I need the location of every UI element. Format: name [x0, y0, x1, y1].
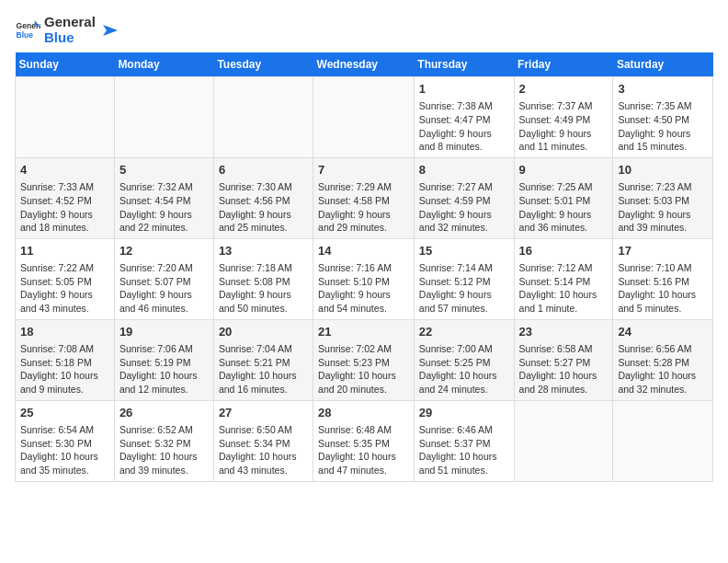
day-content-line: Sunset: 5:23 PM — [318, 356, 409, 370]
week-row-3: 11Sunrise: 7:22 AMSunset: 5:05 PMDayligh… — [16, 238, 713, 319]
day-content-line: Sunrise: 7:37 AM — [519, 99, 609, 113]
day-cell-17: 17Sunrise: 7:10 AMSunset: 5:16 PMDayligh… — [613, 238, 713, 319]
day-number-28: 28 — [318, 405, 409, 421]
calendar-header-row: SundayMondayTuesdayWednesdayThursdayFrid… — [16, 52, 713, 77]
day-content-line: Daylight: 10 hours and 39 minutes. — [119, 450, 209, 477]
day-cell-7: 7Sunrise: 7:29 AMSunset: 4:58 PMDaylight… — [313, 157, 415, 238]
day-content-line: Sunrise: 7:23 AM — [618, 180, 708, 194]
day-number-17: 17 — [618, 243, 708, 259]
day-number-20: 20 — [219, 324, 308, 340]
day-cell-20: 20Sunrise: 7:04 AMSunset: 5:21 PMDayligh… — [213, 319, 313, 400]
day-content-line: Sunset: 5:32 PM — [119, 437, 209, 451]
day-content-line: Sunset: 5:14 PM — [519, 275, 609, 289]
day-cell-5: 5Sunrise: 7:32 AMSunset: 4:54 PMDaylight… — [114, 157, 213, 238]
day-cell-9: 9Sunrise: 7:25 AMSunset: 5:01 PMDaylight… — [514, 157, 613, 238]
day-content-line: Sunset: 4:56 PM — [219, 194, 308, 208]
day-content-line: Daylight: 10 hours and 1 minute. — [519, 288, 609, 315]
day-content-line: Daylight: 10 hours and 24 minutes. — [419, 369, 509, 396]
logo-blue: Blue — [44, 30, 96, 46]
day-cell-2: 2Sunrise: 7:37 AMSunset: 4:49 PMDaylight… — [514, 77, 613, 158]
day-content-line: Sunset: 4:59 PM — [419, 194, 509, 208]
day-content-line: Sunset: 5:03 PM — [618, 194, 708, 208]
day-number-25: 25 — [20, 405, 109, 421]
day-cell-6: 6Sunrise: 7:30 AMSunset: 4:56 PMDaylight… — [213, 157, 313, 238]
day-content-line: Sunrise: 7:22 AM — [20, 261, 109, 275]
header-monday: Monday — [114, 52, 213, 77]
day-content-line: Sunset: 5:37 PM — [419, 437, 509, 451]
day-content-line: Sunrise: 7:02 AM — [318, 342, 409, 356]
day-content-line: Daylight: 9 hours and 32 minutes. — [419, 208, 509, 235]
header-thursday: Thursday — [414, 52, 514, 77]
day-content-line: Sunset: 5:18 PM — [20, 356, 109, 370]
day-content-line: Daylight: 9 hours and 25 minutes. — [219, 208, 308, 235]
day-content-line: Sunrise: 7:20 AM — [119, 261, 209, 275]
logo: General Blue General Blue — [15, 15, 118, 45]
day-content-line: Sunrise: 7:08 AM — [20, 342, 109, 356]
day-content-line: Sunrise: 7:29 AM — [318, 180, 409, 194]
day-content-line: Sunset: 5:01 PM — [519, 194, 609, 208]
day-content-line: Sunset: 5:07 PM — [119, 275, 209, 289]
day-content-line: Sunset: 5:16 PM — [618, 275, 708, 289]
day-content-line: Daylight: 10 hours and 20 minutes. — [318, 369, 409, 396]
day-content-line: Sunset: 5:30 PM — [20, 437, 109, 451]
logo-icon: General Blue — [15, 17, 40, 43]
day-content-line: Sunrise: 7:10 AM — [618, 261, 708, 275]
day-cell-12: 12Sunrise: 7:20 AMSunset: 5:07 PMDayligh… — [114, 238, 213, 319]
day-content-line: Daylight: 9 hours and 36 minutes. — [519, 208, 609, 235]
day-content-line: Sunset: 4:49 PM — [519, 113, 609, 127]
day-number-29: 29 — [419, 405, 509, 421]
day-number-18: 18 — [20, 324, 109, 340]
day-number-13: 13 — [219, 243, 308, 259]
day-content-line: Daylight: 10 hours and 16 minutes. — [219, 369, 308, 396]
day-number-5: 5 — [119, 162, 209, 178]
day-number-22: 22 — [419, 324, 509, 340]
day-content-line: Sunrise: 7:00 AM — [419, 342, 509, 356]
day-number-9: 9 — [519, 162, 609, 178]
day-number-24: 24 — [618, 324, 708, 340]
day-content-line: Sunset: 4:54 PM — [119, 194, 209, 208]
day-cell-16: 16Sunrise: 7:12 AMSunset: 5:14 PMDayligh… — [514, 238, 613, 319]
day-content-line: Daylight: 9 hours and 11 minutes. — [519, 127, 609, 154]
day-content-line: Daylight: 9 hours and 18 minutes. — [20, 208, 109, 235]
day-number-16: 16 — [519, 243, 609, 259]
day-content-line: Sunset: 5:05 PM — [20, 275, 109, 289]
day-number-19: 19 — [119, 324, 209, 340]
day-content-line: Sunset: 5:08 PM — [219, 275, 308, 289]
day-cell-4: 4Sunrise: 7:33 AMSunset: 4:52 PMDaylight… — [16, 157, 115, 238]
day-cell-8: 8Sunrise: 7:27 AMSunset: 4:59 PMDaylight… — [414, 157, 514, 238]
day-content-line: Daylight: 9 hours and 29 minutes. — [318, 208, 409, 235]
day-content-line: Sunset: 5:12 PM — [419, 275, 509, 289]
day-number-23: 23 — [519, 324, 609, 340]
day-content-line: Daylight: 9 hours and 39 minutes. — [618, 208, 708, 235]
day-number-12: 12 — [119, 243, 209, 259]
day-number-1: 1 — [419, 81, 509, 98]
header-saturday: Saturday — [613, 52, 713, 77]
svg-marker-3 — [103, 25, 118, 36]
day-number-21: 21 — [318, 324, 409, 340]
day-cell-14: 14Sunrise: 7:16 AMSunset: 5:10 PMDayligh… — [313, 238, 415, 319]
svg-text:Blue: Blue — [17, 29, 34, 39]
empty-cell — [16, 77, 115, 158]
day-content-line: Sunset: 5:19 PM — [119, 356, 209, 370]
empty-cell — [313, 77, 415, 158]
header-sunday: Sunday — [16, 52, 115, 77]
day-content-line: Sunrise: 6:52 AM — [119, 423, 209, 437]
day-content-line: Sunrise: 7:14 AM — [419, 261, 509, 275]
week-row-2: 4Sunrise: 7:33 AMSunset: 4:52 PMDaylight… — [16, 157, 713, 238]
day-content-line: Sunset: 4:52 PM — [20, 194, 109, 208]
day-content-line: Daylight: 10 hours and 5 minutes. — [618, 288, 708, 315]
day-content-line: Daylight: 10 hours and 32 minutes. — [618, 369, 708, 396]
header-friday: Friday — [514, 52, 613, 77]
day-content-line: Sunrise: 6:48 AM — [318, 423, 409, 437]
header-tuesday: Tuesday — [213, 52, 313, 77]
day-cell-3: 3Sunrise: 7:35 AMSunset: 4:50 PMDaylight… — [613, 77, 713, 158]
day-content-line: Sunrise: 7:06 AM — [119, 342, 209, 356]
day-content-line: Daylight: 9 hours and 54 minutes. — [318, 288, 409, 315]
day-content-line: Sunrise: 7:18 AM — [219, 261, 308, 275]
day-content-line: Daylight: 10 hours and 28 minutes. — [519, 369, 609, 396]
day-content-line: Sunrise: 7:04 AM — [219, 342, 308, 356]
day-content-line: Sunrise: 7:38 AM — [419, 99, 509, 113]
day-number-7: 7 — [318, 162, 409, 178]
day-cell-23: 23Sunrise: 6:58 AMSunset: 5:27 PMDayligh… — [514, 319, 613, 400]
day-cell-29: 29Sunrise: 6:46 AMSunset: 5:37 PMDayligh… — [414, 400, 514, 481]
